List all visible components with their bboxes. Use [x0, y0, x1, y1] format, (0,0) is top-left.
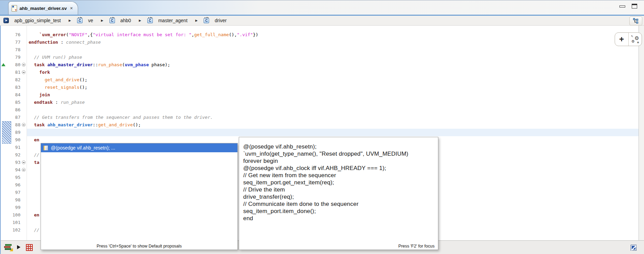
- line-number: 82: [5, 76, 20, 84]
- breadcrumb: apb_gpio_simple_test▶Cve▶Cahb0▶Cmaster_a…: [0, 16, 644, 26]
- template-icon: [43, 145, 48, 151]
- line-number: 83: [5, 84, 20, 91]
- code-line-93: ta: [29, 159, 39, 166]
- code-line-85: endtask : run_phase: [29, 99, 85, 106]
- line-number: 100: [5, 211, 20, 219]
- line-number: 99: [5, 204, 20, 211]
- line-number: 80: [5, 61, 20, 69]
- preview-footer-hint: Press 'F2' for focus: [239, 244, 438, 249]
- maximize-view-button[interactable]: [632, 4, 637, 9]
- preview-code-line: @(posedge vif.ahb_resetn);: [243, 143, 435, 150]
- code-line-79: // UVM run() phase: [29, 54, 82, 61]
- fold-collapse-icon[interactable]: [22, 160, 26, 164]
- breadcrumb-arrow-icon: ▶: [195, 19, 198, 22]
- fold-collapse-icon[interactable]: [22, 70, 26, 74]
- preview-code-line: // Drive the item: [243, 186, 435, 193]
- preview-code-line: drive_transfer(req);: [243, 193, 435, 200]
- proposal-preview-code: @(posedge vif.ahb_resetn);`uvm_info(get_…: [243, 143, 435, 222]
- minimize-view-button[interactable]: [619, 5, 625, 8]
- code-line-80: task ahb_master_driver::run_phase(uvm_ph…: [29, 61, 170, 69]
- line-number: 101: [5, 219, 20, 226]
- code-line-102: //: [29, 226, 39, 234]
- line-number: 92: [5, 151, 20, 159]
- module-icon: [3, 18, 9, 23]
- breadcrumb-item-driver[interactable]: driver: [215, 18, 226, 23]
- overview-ruler[interactable]: [639, 26, 644, 240]
- systemverilog-file-icon: v: [12, 5, 17, 12]
- line-number: 85: [5, 99, 20, 106]
- tab-ahb-master-driver[interactable]: v ahb_master_driver.sv ✕: [8, 1, 78, 15]
- preview-code-line: `uvm_info(get_type_name(), "Reset droppe…: [243, 150, 435, 157]
- run-icon[interactable]: [17, 245, 20, 249]
- code-line-100: en: [29, 211, 39, 219]
- proposal-item-selected[interactable]: @(posedge vif.ahb_resetn); ...: [41, 143, 237, 152]
- preview-code-line: end: [243, 215, 435, 222]
- line-number: 94: [5, 166, 20, 174]
- editor-tab-bar: v ahb_master_driver.sv ✕: [0, 0, 644, 15]
- preview-code-line: forever begin: [243, 157, 435, 165]
- code-line-87: // Gets transfers from the sequencer and…: [29, 114, 213, 121]
- line-number: 84: [5, 91, 20, 99]
- code-line-76: `uvm_error("NOVIF",{"virtual interface m…: [29, 31, 258, 39]
- line-number: 97: [5, 189, 20, 196]
- line-number: 89: [5, 129, 20, 136]
- preview-code-line: seq_item_port.get_next_item(req);: [243, 179, 435, 186]
- tab-title: ahb_master_driver.sv: [19, 6, 67, 11]
- code-line-77: endfunction : connect_phase: [29, 39, 101, 46]
- hierarchy-icon: [633, 18, 639, 24]
- breadcrumb-arrow-icon: ▶: [139, 19, 141, 22]
- proposal-label: @(posedge vif.ahb_resetn); ...: [51, 145, 115, 151]
- line-number: 95: [5, 174, 20, 181]
- class-icon: C: [77, 18, 83, 23]
- fold-collapse-icon[interactable]: [22, 168, 26, 172]
- fold-collapse-icon[interactable]: [22, 63, 26, 67]
- code-line-81: fork: [29, 69, 50, 76]
- code-line-92: //: [29, 151, 39, 159]
- breadcrumb-item-master_agent[interactable]: master_agent: [158, 18, 188, 23]
- line-number: 78: [5, 46, 20, 54]
- settings-generate-button[interactable]: ⚙ ⚙ ↖ +: [628, 33, 642, 46]
- preview-code-line: seq_item_port.item_done();: [243, 208, 435, 215]
- occurrence-arrow-icon: [1, 63, 5, 66]
- grid-table-icon[interactable]: [26, 244, 33, 251]
- breadcrumb-arrow-icon: ▶: [101, 19, 103, 22]
- class-icon: C: [204, 18, 209, 23]
- gears-icon: ⚙ ⚙ ↖ +: [631, 35, 640, 44]
- line-number: 86: [5, 106, 20, 114]
- line-number: 98: [5, 196, 20, 204]
- ide-window: v ahb_master_driver.sv ✕ apb_gpio_simple…: [0, 0, 644, 254]
- line-number: 93: [5, 159, 20, 166]
- line-number: 90: [5, 136, 20, 144]
- breadcrumb-item-ve[interactable]: ve: [88, 18, 93, 23]
- code-line-84: join: [29, 91, 50, 99]
- content-assist-popup: @(posedge vif.ahb_resetn); ... Press 'Ct…: [41, 143, 238, 250]
- line-number: 91: [5, 144, 20, 151]
- library-console-icon[interactable]: [4, 244, 13, 251]
- line-number: 81: [5, 69, 20, 76]
- breadcrumb-item-apb_gpio_simple_test[interactable]: apb_gpio_simple_test: [14, 18, 61, 23]
- breadcrumb-item-ahb0[interactable]: ahb0: [120, 18, 131, 23]
- plus-icon: +: [619, 35, 624, 43]
- line-number: 102: [5, 226, 20, 234]
- smart-insert-mode-icon[interactable]: [631, 245, 636, 251]
- show-hierarchy-button[interactable]: [629, 16, 642, 26]
- line-number: 76: [5, 31, 20, 39]
- add-button[interactable]: +: [615, 33, 628, 46]
- preview-code-line: @(posedge vif.ahb_clock iff vif.AHB_HREA…: [243, 165, 435, 172]
- tab-close-icon[interactable]: ✕: [69, 6, 74, 11]
- preview-code-line: // Get new item from the sequencer: [243, 172, 435, 179]
- gutter-separator: [27, 26, 27, 240]
- line-number: 88: [5, 121, 20, 129]
- preview-code-line: // Communicate item done to the sequence…: [243, 200, 435, 208]
- code-line-90: en: [29, 136, 39, 144]
- code-line-82: get_and_drive();: [29, 76, 87, 84]
- code-line-88: task ahb_master_driver::get_and_drive();: [29, 121, 141, 129]
- fold-collapse-icon[interactable]: [22, 123, 26, 127]
- breadcrumb-arrow-icon: ▶: [69, 19, 71, 22]
- proposal-preview-popup: @(posedge vif.ahb_resetn);`uvm_info(get_…: [239, 137, 438, 250]
- class-icon: C: [147, 18, 153, 23]
- line-number: 79: [5, 54, 20, 61]
- line-number: 77: [5, 39, 20, 46]
- line-number: 96: [5, 181, 20, 189]
- code-line-83: reset_signals();: [29, 84, 87, 91]
